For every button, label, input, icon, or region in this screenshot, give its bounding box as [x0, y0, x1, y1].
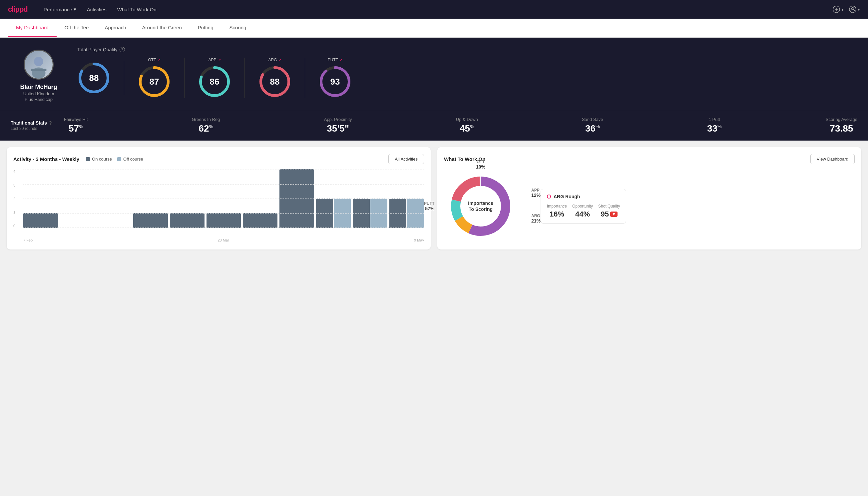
bar-group	[280, 169, 314, 228]
stat-up-down: Up & Down 45%	[456, 117, 478, 134]
y-axis: 4 3 2 1 0	[13, 170, 15, 228]
info-card-wrapper: ARG Rough Importance 16% Opportunity 44%…	[541, 189, 626, 223]
svg-rect-7	[31, 68, 47, 71]
traditional-stats-label: Traditional Stats ? Last 20 rounds	[11, 120, 64, 131]
what-to-work-on-card: What To Work On View Dashboard PUTT 57% …	[437, 147, 861, 249]
activity-chart-header: Activity - 3 Months - Weekly On course O…	[13, 154, 424, 164]
bar-off-course	[407, 199, 424, 228]
traditional-stats-items: Fairways Hit 57% Greens In Reg 62% App. …	[64, 117, 857, 134]
bar-chart-wrapper: 4 3 2 1 0 7 Feb 28 Mar 9 May	[13, 170, 424, 242]
bar-group	[23, 213, 58, 228]
bar-chart: 4 3 2 1 0	[13, 170, 424, 236]
tab-off-the-tee[interactable]: Off the Tee	[57, 19, 97, 37]
donut-label-arg: ARG 21%	[531, 214, 541, 223]
stat-scoring-average: Scoring Average 73.85	[826, 117, 857, 134]
tab-putting[interactable]: Putting	[190, 19, 221, 37]
player-handicap: Plus Handicap	[25, 97, 53, 102]
bar-on-course	[280, 169, 314, 228]
bar-on-course	[206, 213, 241, 228]
gauge-label-app: APP ↗	[208, 58, 221, 62]
bottom-section: Activity - 3 Months - Weekly On course O…	[0, 141, 868, 256]
gauge-label-putt: PUTT ↗	[328, 58, 343, 62]
activity-chart-title: Activity - 3 Months - Weekly	[13, 156, 79, 162]
info-card-metrics: Importance 16% Opportunity 44% Shot Qual…	[547, 204, 620, 218]
wtwo-header: What To Work On View Dashboard	[444, 154, 855, 164]
tpq-label: Total Player Quality ?	[77, 47, 857, 52]
nav-performance[interactable]: Performance ▾	[44, 6, 76, 12]
bar-group	[316, 199, 351, 228]
gauge-putt: PUTT ↗ 93	[305, 58, 365, 98]
bar-group	[133, 213, 168, 228]
tab-my-dashboard[interactable]: My Dashboard	[8, 19, 57, 37]
gauge-ott: OTT ↗ 87	[124, 58, 185, 98]
gauge-arg: ARG ↗ 88	[245, 58, 305, 98]
arrow-icon-ott: ↗	[158, 58, 160, 62]
bar-groups	[23, 169, 424, 228]
gauge-value-overall: 88	[89, 73, 99, 83]
gauge-value-arg: 88	[270, 77, 280, 87]
bar-group	[389, 199, 424, 228]
bar-group	[353, 199, 388, 228]
logo: clippd	[8, 5, 28, 14]
activity-legend: On course Off course	[86, 157, 143, 161]
metric-opportunity: Opportunity 44%	[572, 204, 593, 218]
bar-on-course	[170, 213, 205, 228]
gauge-circle-overall: 88	[77, 61, 111, 95]
gauge-label-ott: OTT ↗	[148, 58, 160, 62]
bar-on-course	[23, 213, 58, 228]
tabs-bar: My Dashboard Off the Tee Approach Around…	[0, 19, 868, 37]
tab-around-the-green[interactable]: Around the Green	[134, 19, 190, 37]
tab-approach[interactable]: Approach	[97, 19, 134, 37]
view-dashboard-button[interactable]: View Dashboard	[810, 154, 855, 164]
arrow-icon-app: ↗	[218, 58, 221, 62]
nav-right: ▾ ▾	[833, 6, 860, 13]
red-badge: ▼	[610, 212, 617, 217]
bar-on-course	[353, 199, 370, 228]
top-nav: clippd Performance ▾ Activities What To …	[0, 0, 868, 19]
legend-dot-off-course	[117, 157, 121, 161]
donut-chart: ImportanceTo Scoring	[444, 170, 517, 243]
stat-1-putt: 1 Putt 33%	[707, 117, 722, 134]
bar-group	[243, 213, 278, 228]
avatar	[23, 50, 53, 80]
svg-point-5	[34, 57, 43, 66]
arrow-icon-arg: ↗	[279, 58, 282, 62]
player-name: Blair McHarg	[20, 83, 57, 91]
donut-label-ott: OTT 10%	[476, 159, 485, 170]
info-card-title: ARG Rough	[547, 194, 620, 199]
gauge-circle-app: 86	[198, 65, 231, 98]
gauge-circle-ott: 87	[138, 65, 171, 98]
gauges-row: 88 OTT ↗ 87 AP	[77, 58, 857, 98]
stats-row: Traditional Stats ? Last 20 rounds Fairw…	[0, 110, 868, 141]
nav-what-to-work-on[interactable]: What To Work On	[117, 7, 157, 12]
metric-shot-quality: Shot Quality 95 ▼	[598, 204, 620, 218]
help-icon[interactable]: ?	[120, 47, 125, 52]
gauge-overall: 88	[77, 61, 124, 95]
tab-scoring[interactable]: Scoring	[221, 19, 254, 37]
x-axis-labels: 7 Feb 28 Mar 9 May	[13, 236, 424, 242]
legend-on-course: On course	[86, 157, 112, 161]
stat-app-proximity: App. Proximity 35'5"	[324, 117, 352, 134]
legend-dot-on-course	[86, 157, 90, 161]
user-menu[interactable]: ▾	[849, 6, 860, 13]
player-info: Blair McHarg United Kingdom Plus Handica…	[11, 47, 77, 102]
metric-importance: Importance 16%	[547, 204, 567, 218]
all-activities-button[interactable]: All Activities	[388, 154, 424, 164]
bar-on-course	[243, 213, 278, 228]
gauge-circle-putt: 93	[318, 65, 352, 98]
player-country: United Kingdom	[23, 91, 54, 96]
bar-on-course	[133, 213, 168, 228]
stat-greens-in-reg: Greens In Reg 62%	[192, 117, 220, 134]
hero-section: Blair McHarg United Kingdom Plus Handica…	[0, 37, 868, 110]
legend-off-course: Off course	[117, 157, 143, 161]
add-button[interactable]: ▾	[833, 6, 844, 13]
bar-group	[206, 213, 241, 228]
gauge-app: APP ↗ 86	[185, 58, 245, 98]
stats-help-icon[interactable]: ?	[49, 120, 52, 126]
donut-wrapper: PUTT 57% OTT 10% APP 12% ARG 21%	[444, 170, 517, 243]
bar-on-course	[389, 199, 406, 228]
bar-group	[170, 213, 205, 228]
donut-center-text: ImportanceTo Scoring	[468, 200, 493, 212]
activity-chart-card: Activity - 3 Months - Weekly On course O…	[7, 147, 431, 249]
nav-activities[interactable]: Activities	[87, 7, 107, 12]
